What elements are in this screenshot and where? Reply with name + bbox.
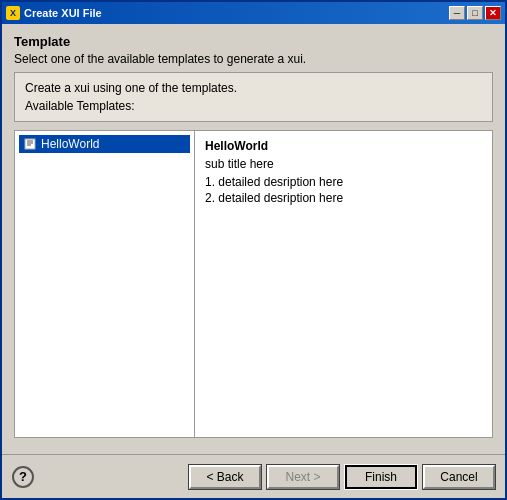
template-item-helloworld[interactable]: HelloWorld bbox=[19, 135, 190, 153]
template-item-icon bbox=[23, 137, 37, 151]
restore-button[interactable]: □ bbox=[467, 6, 483, 20]
info-box: Create a xui using one of the templates.… bbox=[14, 72, 493, 122]
window-icon: X bbox=[6, 6, 20, 20]
bottom-bar: ? < Back Next > Finish Cancel bbox=[2, 454, 505, 498]
section-title: Template bbox=[14, 34, 493, 49]
detail-item-2: 2. detailed desription here bbox=[205, 191, 482, 205]
next-button[interactable]: Next > bbox=[267, 465, 339, 489]
cancel-button[interactable]: Cancel bbox=[423, 465, 495, 489]
close-button[interactable]: ✕ bbox=[485, 6, 501, 20]
templates-panel: HelloWorld HelloWorld sub title here 1. … bbox=[14, 130, 493, 438]
title-bar: X Create XUI File ─ □ ✕ bbox=[2, 2, 505, 24]
template-list[interactable]: HelloWorld bbox=[15, 131, 195, 437]
title-bar-buttons: ─ □ ✕ bbox=[449, 6, 501, 20]
section-header: Template Select one of the available tem… bbox=[14, 34, 493, 66]
minimize-button[interactable]: ─ bbox=[449, 6, 465, 20]
template-item-label: HelloWorld bbox=[41, 137, 99, 151]
back-button[interactable]: < Back bbox=[189, 465, 261, 489]
finish-button[interactable]: Finish bbox=[345, 465, 417, 489]
info-box-line1: Create a xui using one of the templates. bbox=[25, 81, 482, 95]
detail-subtitle: sub title here bbox=[205, 157, 482, 171]
main-window: X Create XUI File ─ □ ✕ Template Select … bbox=[0, 0, 507, 500]
available-templates-label: Available Templates: bbox=[25, 99, 482, 113]
help-button[interactable]: ? bbox=[12, 466, 34, 488]
detail-title: HelloWorld bbox=[205, 139, 482, 153]
button-group: < Back Next > Finish Cancel bbox=[189, 465, 495, 489]
detail-item-1: 1. detailed desription here bbox=[205, 175, 482, 189]
main-content: Template Select one of the available tem… bbox=[2, 24, 505, 454]
template-details: HelloWorld sub title here 1. detailed de… bbox=[195, 131, 492, 437]
section-description: Select one of the available templates to… bbox=[14, 52, 493, 66]
window-title: Create XUI File bbox=[24, 7, 449, 19]
